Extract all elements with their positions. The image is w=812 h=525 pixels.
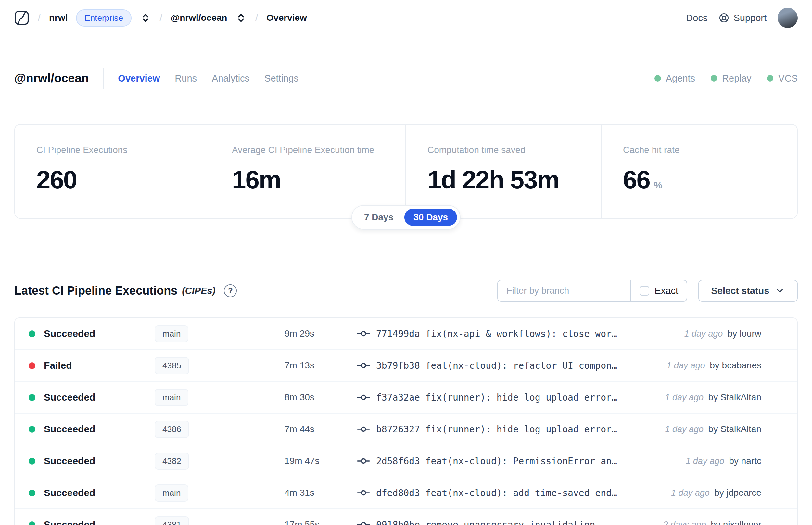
commit-link[interactable]: 771499da fix(nx-api & workflows): close … [376, 328, 618, 339]
cipe-row[interactable]: Succeeded main 9m 29s 771499da fix(nx-ap… [15, 318, 797, 350]
cipe-branch-cell: 4382 [155, 452, 285, 470]
stat-unit: % [654, 180, 663, 190]
commit-link[interactable]: 3b79fb38 feat(nx-cloud): refactor UI com… [376, 360, 618, 371]
cipe-author: by StalkAltan [708, 424, 761, 434]
status-replay[interactable]: Replay [711, 73, 751, 84]
commit-message: fix(runner): hide log upload errors b… [426, 392, 618, 403]
status-dot-icon [29, 394, 35, 401]
cipe-row[interactable]: Succeeded main 4m 31s dfed80d3 feat(nx-c… [15, 477, 797, 509]
branch-badge[interactable]: 4386 [155, 421, 189, 438]
workspace-switcher-icon[interactable] [235, 12, 246, 24]
cipe-row[interactable]: Succeeded 4381 17m 55s 0918b0be remove u… [15, 509, 797, 525]
git-commit-icon [356, 360, 371, 371]
status-dot-icon [29, 426, 35, 433]
cipe-row[interactable]: Succeeded main 8m 30s f37a32ae fix(runne… [15, 382, 797, 414]
cipe-author: by nixallover [711, 520, 761, 525]
cipe-branch-cell: main [155, 484, 285, 501]
cipe-commit-cell: 3b79fb38 feat(nx-cloud): refactor UI com… [356, 360, 618, 371]
commit-sha: b8726327 [376, 424, 420, 435]
executions-header: Latest CI Pipeline Executions (CIPEs) ? … [14, 280, 798, 302]
commit-link[interactable]: dfed80d3 feat(nx-cloud): add time-saved … [376, 487, 618, 498]
agents-status-label: Agents [666, 73, 695, 84]
breadcrumb-separator: / [159, 12, 163, 24]
cipe-meta-cell: 1 day ago by bcabanes [618, 360, 761, 371]
cipe-status-cell: Succeeded [15, 328, 155, 339]
git-commit-icon [356, 455, 371, 467]
cipe-commit-cell: dfed80d3 feat(nx-cloud): add time-saved … [356, 487, 618, 499]
status-vcs[interactable]: VCS [767, 73, 798, 84]
cipe-meta-cell: 1 day ago by StalkAltan [618, 424, 761, 434]
branch-badge[interactable]: main [155, 325, 188, 342]
docs-link[interactable]: Docs [686, 13, 707, 24]
commit-link[interactable]: 2d58f6d3 feat(nx-cloud): PermissionError… [376, 456, 618, 466]
breadcrumb: / nrwl Enterprise / @nrwl/ocean / Overvi… [14, 10, 307, 27]
cipe-duration: 7m 44s [285, 424, 356, 434]
cipe-branch-cell: 4381 [155, 516, 285, 525]
cipe-meta-cell: 1 day ago by StalkAltan [618, 392, 761, 403]
tab-analytics[interactable]: Analytics [212, 73, 249, 84]
tab-settings[interactable]: Settings [264, 73, 298, 84]
user-avatar[interactable] [778, 8, 798, 28]
workspace-header: @nrwl/ocean Overview Runs Analytics Sett… [14, 68, 798, 89]
git-commit-icon [356, 519, 371, 525]
cipe-status-cell: Succeeded [15, 455, 155, 466]
tab-runs[interactable]: Runs [175, 73, 197, 84]
support-link[interactable]: Support [718, 12, 767, 24]
commit-message: fix(nx-api & workflows): close workfl… [426, 328, 618, 339]
cipe-status-cell: Succeeded [15, 519, 155, 525]
tab-overview[interactable]: Overview [118, 73, 160, 84]
cipe-duration: 9m 29s [285, 328, 356, 339]
branch-badge[interactable]: 4385 [155, 357, 189, 374]
cipe-branch-cell: 4386 [155, 421, 285, 438]
commit-link[interactable]: 0918b0be remove unnecessary invalidation [376, 520, 595, 525]
topbar-actions: Docs Support [686, 8, 798, 28]
breadcrumb-org[interactable]: nrwl [49, 13, 68, 23]
cipe-row[interactable]: Failed 4385 7m 13s 3b79fb38 feat(nx-clou… [15, 350, 797, 382]
cipe-author: by nartc [729, 456, 761, 466]
status-label: Succeeded [44, 455, 95, 466]
status-agents[interactable]: Agents [655, 73, 695, 84]
range-7-days-button[interactable]: 7 Days [355, 209, 402, 226]
cipe-timestamp: 1 day ago [665, 392, 704, 402]
branch-badge[interactable]: main [155, 484, 188, 501]
branch-filter-group: Exact [497, 280, 687, 302]
commit-sha: f37a32ae [376, 392, 420, 403]
branch-badge[interactable]: main [155, 389, 188, 406]
select-status-dropdown[interactable]: Select status [698, 280, 798, 302]
status-dot-icon [29, 490, 35, 496]
breadcrumb-page: Overview [266, 13, 307, 23]
branch-badge[interactable]: 4381 [155, 516, 189, 525]
cipe-row[interactable]: Succeeded 4386 7m 44s b8726327 fix(runne… [15, 414, 797, 446]
commit-sha: 771499da [376, 328, 420, 339]
select-status-label: Select status [711, 286, 769, 296]
replay-status-dot-icon [711, 75, 717, 81]
range-30-days-button[interactable]: 30 Days [404, 209, 457, 226]
breadcrumb-workspace[interactable]: @nrwl/ocean [171, 13, 227, 23]
commit-sha: 2d58f6d3 [376, 456, 420, 466]
cipe-meta-cell: 2 days ago by nixallover [618, 520, 761, 525]
status-dot-icon [29, 362, 35, 369]
cipe-meta-cell: 1 day ago by jdpearce [618, 487, 761, 498]
commit-sha: 0918b0be [376, 520, 420, 525]
cipe-row[interactable]: Succeeded 4382 19m 47s 2d58f6d3 feat(nx-… [15, 446, 797, 477]
commit-link[interactable]: f37a32ae fix(runner): hide log upload er… [376, 392, 618, 403]
date-range-toggle: 7 Days 30 Days [351, 205, 461, 230]
status-dot-icon [29, 330, 35, 337]
branch-badge[interactable]: 4382 [155, 452, 189, 470]
nx-cloud-logo-icon[interactable] [14, 10, 29, 25]
stat-number: 1d 22h 53m [427, 165, 559, 194]
branch-filter-input[interactable] [498, 280, 630, 301]
cipe-branch-cell: 4385 [155, 357, 285, 374]
cipe-commit-cell: f37a32ae fix(runner): hide log upload er… [356, 391, 618, 403]
cipe-timestamp: 1 day ago [686, 456, 724, 466]
cipe-author: by jdpearce [714, 487, 761, 498]
org-switcher-icon[interactable] [140, 12, 151, 24]
git-commit-icon [356, 487, 371, 499]
help-icon[interactable]: ? [224, 284, 237, 297]
vcs-status-label: VCS [778, 73, 798, 84]
exact-checkbox[interactable] [640, 286, 649, 296]
stat-label: Computation time saved [427, 145, 591, 155]
cipe-commit-cell: 0918b0be remove unnecessary invalidation [356, 519, 618, 525]
replay-status-label: Replay [722, 73, 751, 84]
commit-link[interactable]: b8726327 fix(runner): hide log upload er… [376, 424, 618, 435]
